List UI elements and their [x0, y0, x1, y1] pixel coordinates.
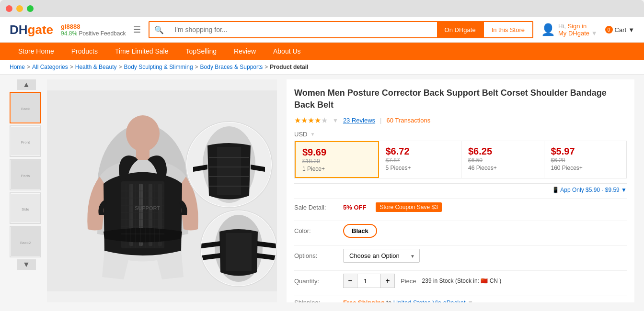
rating-icon: ▼ [333, 117, 338, 124]
sale-detail-label: Sale Detail: [294, 204, 337, 211]
navigation: Store Home Products Time Limited Sale To… [0, 43, 644, 60]
cart-area[interactable]: 0 Cart ▼ [605, 26, 634, 33]
breadcrumb-body-sculpting[interactable]: Body Sculpting & Slimming [124, 64, 193, 70]
thumbnail-4[interactable]: Side [10, 192, 41, 224]
quantity-row: Quantity: − + Piece 239 in Stock (Stock … [294, 270, 627, 291]
breadcrumb-home[interactable]: Home [10, 64, 25, 70]
quantity-increase-button[interactable]: + [381, 274, 394, 288]
user-icon: 👤 [541, 23, 555, 36]
logo[interactable]: DHgate [10, 22, 53, 37]
app-only-banner: 📱 App Only $5.90 - $9.59 ▼ [294, 183, 627, 193]
left-panel: ▲ Back Front Parts Side Back2 ▼ [10, 79, 277, 302]
shipping-via-label[interactable]: United States Via ePacket [393, 299, 466, 302]
my-dhgate-link[interactable]: My DHgate [558, 30, 589, 37]
breadcrumb-health-beauty[interactable]: Health & Beauty [75, 64, 117, 70]
price-original-3: $6.50 [468, 157, 537, 164]
svg-rect-24 [217, 147, 241, 195]
search-bar: 🔍 On DHgate In this Store [149, 21, 533, 38]
cart-badge: 0 [605, 26, 613, 33]
nav-store-home[interactable]: Store Home [10, 43, 63, 60]
product-title: Women Men Posture Corrector Back Support… [294, 87, 627, 111]
color-black-button[interactable]: Black [343, 224, 377, 238]
thumbnail-5[interactable]: Back2 [10, 226, 41, 257]
shipping-free-label: Free Shipping [343, 299, 385, 302]
breadcrumb-all-categories[interactable]: All Categories [32, 64, 68, 70]
stock-flag: 🇨🇳 [481, 278, 488, 284]
app-chevron-icon: ▼ [621, 187, 627, 193]
breadcrumb-body-braces[interactable]: Body Braces & Supports [200, 64, 263, 70]
thumbnail-3[interactable]: Parts [10, 159, 41, 190]
cart-label: Cart [615, 26, 627, 33]
header: DHgate gl8888 94.8% Positive Feedback ☰ … [0, 17, 644, 43]
shipping-info: Free Shipping to United States Via ePack… [343, 299, 539, 302]
price-current-4: $5.97 [551, 146, 620, 157]
thumb-scroll-up[interactable]: ▲ [17, 79, 36, 90]
search-icon: 🔍 [150, 22, 169, 37]
nav-time-limited-sale[interactable]: Time Limited Sale [106, 43, 177, 60]
sign-in-area: 👤 Hi, Sign in My DHgate ▼ [541, 22, 598, 37]
thumb-scroll-down[interactable]: ▼ [17, 259, 36, 270]
thumbnail-1[interactable]: Back [10, 92, 41, 123]
shipping-to-label: to [386, 299, 393, 302]
stock-info: 239 in Stock (Stock in: 🇨🇳 CN ) [422, 278, 502, 284]
quantity-input[interactable] [357, 274, 381, 288]
currency-chevron-icon: ▼ [310, 132, 315, 137]
username[interactable]: gl8888 [61, 23, 126, 30]
price-current-2: $6.72 [386, 146, 455, 157]
transactions-label: Transactions [395, 117, 430, 124]
options-label: Options: [294, 252, 337, 259]
window-chrome [0, 0, 644, 17]
search-store-button[interactable]: In this Store [483, 22, 532, 37]
thumbnail-2[interactable]: Front [10, 125, 41, 157]
shipping-line-1: Free Shipping to United States Via ePack… [343, 299, 539, 302]
header-right: 👤 Hi, Sign in My DHgate ▼ 0 Cart ▼ [541, 22, 634, 37]
svg-text:SUPPORT: SUPPORT [135, 205, 160, 211]
svg-text:Side: Side [22, 207, 30, 211]
options-select-wrapper: Choose an Option [343, 249, 420, 263]
quantity-decrease-button[interactable]: − [344, 274, 357, 288]
nav-top-selling[interactable]: TopSelling [177, 43, 225, 60]
pricing-grid: $9.69 $18.20 1 Piece+ $6.72 $7.87 5 Piec… [294, 141, 627, 178]
sign-in-link[interactable]: Sign in [568, 22, 587, 30]
price-original-1: $18.20 [302, 158, 371, 165]
nav-products[interactable]: Products [63, 43, 106, 60]
color-label: Color: [294, 227, 337, 234]
nav-about-us[interactable]: About Us [264, 43, 310, 60]
hi-label: Hi, [558, 22, 566, 30]
nav-review[interactable]: Review [225, 43, 264, 60]
price-tier-4[interactable]: $5.97 $6.28 160 Pieces+ [544, 141, 627, 178]
reviews-count: 23 [343, 117, 350, 124]
menu-icon[interactable]: ☰ [133, 24, 141, 35]
color-row: Color: Black [294, 221, 627, 241]
close-btn[interactable] [6, 5, 12, 12]
price-current-3: $6.25 [468, 146, 537, 157]
reviews-link[interactable]: 23 Reviews [343, 117, 375, 124]
star-rating: ★★★★★ [294, 116, 328, 125]
svg-text:Back2: Back2 [20, 241, 31, 245]
minimize-btn[interactable] [16, 5, 23, 12]
user-info: gl8888 94.8% Positive Feedback [61, 23, 126, 37]
price-tier-1[interactable]: $9.69 $18.20 1 Piece+ [295, 141, 379, 178]
sale-detail-row: Sale Detail: 5% OFF Store Coupon Save $3 [294, 198, 627, 216]
quantity-label: Quantity: [294, 278, 337, 285]
svg-rect-29 [226, 233, 252, 271]
thumbnail-strip: ▲ Back Front Parts Side Back2 ▼ [10, 79, 43, 302]
search-dhgate-button[interactable]: On DHgate [437, 22, 483, 37]
quantity-control: − + [343, 274, 395, 288]
options-select[interactable]: Choose an Option [343, 249, 420, 263]
breadcrumb-sep-3: > [118, 64, 122, 70]
svg-text:Parts: Parts [21, 174, 30, 178]
price-tier-2[interactable]: $6.72 $7.87 5 Pieces+ [379, 141, 462, 178]
breadcrumb-sep-4: > [195, 64, 198, 70]
shipping-row: Shipping: Free Shipping to United States… [294, 296, 627, 302]
transactions: 60 Transactions [387, 117, 431, 124]
shipping-label: Shipping: [294, 299, 337, 302]
breadcrumb-sep-2: > [70, 64, 73, 70]
price-tier-3[interactable]: $6.25 $6.50 46 Pieces+ [461, 141, 544, 178]
price-original-2: $7.87 [386, 157, 455, 164]
maximize-btn[interactable] [27, 5, 34, 12]
feedback-pct: 94.8% [61, 30, 77, 37]
search-input[interactable] [169, 22, 437, 37]
shipping-chevron-icon: ▼ [467, 299, 473, 302]
price-original-4: $6.28 [551, 157, 620, 164]
